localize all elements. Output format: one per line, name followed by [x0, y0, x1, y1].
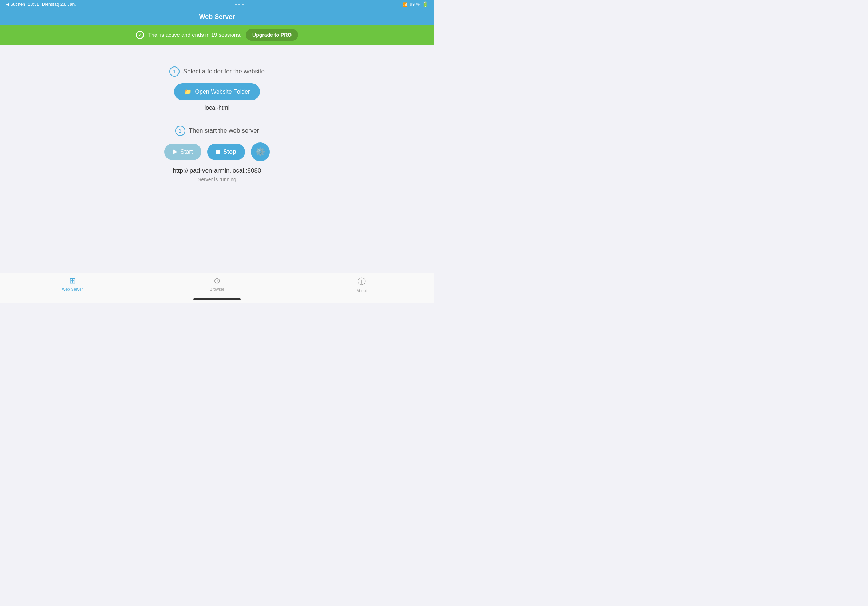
- status-right: 📶 99 % 🔋: [403, 2, 428, 7]
- server-controls: Start Stop ⚙️: [164, 142, 269, 161]
- server-status: Server is running: [198, 176, 236, 182]
- step1-number: 1: [169, 66, 180, 77]
- webserver-icon: ⊞: [69, 276, 76, 286]
- upgrade-button[interactable]: Upgrade to PRO: [246, 29, 298, 41]
- tab-browser-label: Browser: [210, 287, 224, 291]
- start-label: Start: [180, 148, 193, 155]
- status-date: Dienstag 23. Jan.: [42, 2, 76, 7]
- nav-title: Web Server: [199, 13, 235, 21]
- nav-bar: Web Server: [0, 9, 434, 25]
- trial-check-icon: ✓: [136, 31, 144, 39]
- tab-about-label: About: [356, 289, 367, 293]
- wifi-icon: 📶: [403, 2, 408, 7]
- battery-icon: 🔋: [422, 2, 428, 7]
- stop-button[interactable]: Stop: [207, 144, 245, 160]
- main-content: 1 Select a folder for the website 📁 Open…: [0, 45, 434, 204]
- trial-banner: ✓ Trial is active and ends in 19 session…: [0, 25, 434, 45]
- browser-icon: ⊙: [214, 276, 220, 286]
- stop-icon: [216, 150, 220, 154]
- tab-webserver[interactable]: ⊞ Web Server: [0, 276, 145, 291]
- step2-number: 2: [175, 126, 185, 136]
- start-button[interactable]: Start: [164, 144, 202, 160]
- status-dots: [235, 4, 243, 5]
- folder-name: local-html: [205, 105, 229, 111]
- home-indicator: [194, 298, 240, 300]
- tab-about[interactable]: ⓘ About: [289, 276, 434, 293]
- status-left: ◀ Suchen 18:31 Dienstag 23. Jan.: [6, 2, 76, 7]
- trial-text: Trial is active and ends in 19 sessions.: [148, 32, 241, 38]
- battery-indicator: 99 %: [410, 2, 420, 7]
- open-website-folder-button[interactable]: 📁 Open Website Folder: [174, 83, 260, 100]
- info-icon: ⓘ: [358, 276, 366, 287]
- status-bar: ◀ Suchen 18:31 Dienstag 23. Jan. 📶 99 % …: [0, 0, 434, 9]
- step1-section: 1 Select a folder for the website 📁 Open…: [169, 66, 265, 111]
- tab-webserver-label: Web Server: [62, 287, 83, 291]
- tab-browser[interactable]: ⊙ Browser: [145, 276, 289, 291]
- step2-label: Then start the web server: [189, 127, 259, 134]
- tab-bar: ⊞ Web Server ⊙ Browser ⓘ About: [0, 273, 434, 303]
- server-url[interactable]: http://ipad-von-armin.local.:8080: [173, 167, 261, 175]
- open-folder-label: Open Website Folder: [195, 89, 250, 95]
- back-button[interactable]: ◀ Suchen: [6, 2, 25, 7]
- step1-header: 1 Select a folder for the website: [169, 66, 265, 77]
- step1-label: Select a folder for the website: [183, 68, 265, 75]
- status-time: 18:31: [28, 2, 39, 7]
- step2-section: 2 Then start the web server Start Stop ⚙…: [164, 126, 269, 182]
- gear-icon: ⚙️: [255, 147, 265, 156]
- play-icon: [173, 149, 177, 155]
- settings-button[interactable]: ⚙️: [251, 142, 270, 161]
- folder-icon: 📁: [184, 88, 192, 95]
- step2-header: 2 Then start the web server: [175, 126, 259, 136]
- stop-label: Stop: [223, 148, 236, 155]
